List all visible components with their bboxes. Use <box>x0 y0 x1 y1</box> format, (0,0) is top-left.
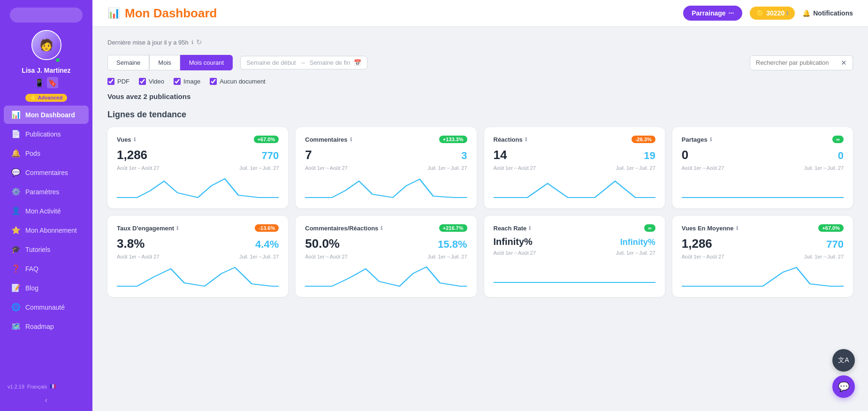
flag-icon: 🇫🇷 <box>50 383 56 389</box>
engagement-date-left: Août 1er→Août 27 <box>117 254 160 259</box>
engagement-val-left: 3.8% <box>117 236 145 251</box>
date-arrow-icon: → <box>300 59 306 66</box>
video-checkbox[interactable] <box>139 78 146 85</box>
sidebar-collapse-button[interactable]: ‹ <box>0 393 92 407</box>
publications-icon: 📄 <box>11 129 21 138</box>
sidebar-item-publications-label: Publications <box>25 130 61 138</box>
sidebar-item-tutoriels[interactable]: 🎓 Tutoriels <box>4 240 89 259</box>
notifications-label: Notifications <box>813 9 853 17</box>
sidebar-item-commentaires[interactable]: 💬 Commentaires <box>4 163 89 182</box>
card-comments-reactions: Commentaires/Réactions ℹ +216.7% 50.0% 1… <box>296 216 476 297</box>
vues-moyenne-val-left: 1,286 <box>682 236 712 251</box>
sidebar-item-dashboard-label: Mon Dashboard <box>25 111 75 119</box>
coins-info-icon[interactable]: ℹ <box>786 10 788 16</box>
tutoriels-icon: 🎓 <box>11 245 21 254</box>
coin-icon: 🟡 <box>756 9 764 17</box>
commentaires-icon: 💬 <box>11 168 21 177</box>
card-partages-title: Partages ℹ <box>682 136 712 143</box>
aucun-doc-checkbox[interactable] <box>210 78 217 85</box>
sidebar-item-communaute[interactable]: 🌐 Communauté <box>4 298 89 316</box>
card-commentaires: Commentaires ℹ +133.3% 7 3 Août 1er→Août… <box>296 127 476 208</box>
pdf-checkbox[interactable] <box>107 78 114 85</box>
page-title: Mon Dashboard <box>125 6 217 21</box>
reach-rate-date-right: Juil. 1er→Juil. 27 <box>616 250 655 256</box>
tab-semaine[interactable]: Semaine <box>107 55 149 70</box>
coins-badge: 🟡 30220 ℹ <box>750 7 795 20</box>
filter-pdf[interactable]: PDF <box>107 78 129 85</box>
publications-count: Vous avez 2 publications <box>107 92 853 100</box>
vues-info-icon[interactable]: ℹ <box>134 137 136 143</box>
reach-rate-badge: ∞ <box>644 224 655 232</box>
partages-chart <box>682 176 844 200</box>
comments-reactions-val-right: 15.8% <box>438 238 467 251</box>
translate-button[interactable]: 文A <box>832 349 855 372</box>
dashboard-title-icon: 📊 <box>107 7 120 19</box>
card-reactions-title: Réactions ℹ <box>494 136 527 143</box>
sidebar-item-roadmap[interactable]: 🗺️ Roadmap <box>4 317 89 335</box>
sidebar-item-parametres[interactable]: ⚙️ Paramètres <box>4 183 89 201</box>
filter-video[interactable]: Video <box>139 78 164 85</box>
clear-search-icon[interactable]: ✕ <box>841 59 847 67</box>
communaute-icon: 🌐 <box>11 303 21 312</box>
sidebar-item-dashboard[interactable]: 📊 Mon Dashboard <box>4 106 89 124</box>
sidebar-search-input[interactable] <box>10 8 83 23</box>
date-range-picker[interactable]: Semaine de début → Semaine de fin 📅 <box>240 56 367 69</box>
card-engagement-title: Taux D'engagement ℹ <box>117 225 178 232</box>
engagement-val-right: 4.4% <box>255 238 279 251</box>
vues-badge: +67.0% <box>254 136 279 143</box>
edit-profile-icon[interactable]: 📱 <box>35 78 44 87</box>
date-start-placeholder: Semaine de début <box>246 59 296 66</box>
reach-rate-info-icon[interactable]: ℹ <box>529 225 531 231</box>
sidebar: 🧑 Lisa J. Martinez 📱 🔖 ⭐ Advanced 📊 Mon … <box>0 0 92 411</box>
tab-mois[interactable]: Mois <box>149 55 180 70</box>
partages-info-icon[interactable]: ℹ <box>710 137 712 143</box>
notifications-button[interactable]: 🔔 Notifications <box>802 9 853 17</box>
parrainage-button[interactable]: Parrainage ··· <box>683 6 742 21</box>
card-reach-rate-title: Reach Rate ℹ <box>494 225 531 232</box>
commentaires-date-right: Juil. 1er→Juil. 27 <box>427 165 467 171</box>
avatar: 🧑 <box>31 30 61 64</box>
vues-moyenne-date-left: Août 1er→Août 27 <box>682 254 724 259</box>
parrainage-label: Parrainage <box>692 9 725 17</box>
commentaires-val-right: 3 <box>461 150 467 162</box>
video-label: Video <box>149 78 164 85</box>
vues-moyenne-info-icon[interactable]: ℹ <box>736 225 738 231</box>
reactions-date-right: Juil. 1er→Juil. 27 <box>616 165 655 171</box>
vues-chart <box>117 176 279 200</box>
reactions-val-right: 19 <box>644 150 655 162</box>
engagement-info-icon[interactable]: ℹ <box>176 225 178 231</box>
card-vues-moyenne: Vues En Moyenne ℹ +67.0% 1,286 770 Août … <box>672 216 853 297</box>
chat-icon: 💬 <box>838 381 850 392</box>
chat-button[interactable]: 💬 <box>832 375 855 398</box>
reactions-val-left: 14 <box>494 148 507 162</box>
vues-date-right: Juil. 1er→Juil. 27 <box>239 165 279 171</box>
abonnement-icon: ⭐ <box>11 226 21 235</box>
sidebar-item-pods[interactable]: 🔔 Pods <box>4 144 89 162</box>
sidebar-footer: v1.2.19 Français 🇫🇷 <box>0 380 92 393</box>
sidebar-item-faq[interactable]: ❓ FAQ <box>4 259 89 278</box>
filter-aucun-document[interactable]: Aucun document <box>210 78 266 85</box>
sidebar-item-blog[interactable]: 📝 Blog <box>4 279 89 297</box>
commentaires-info-icon[interactable]: ℹ <box>350 137 352 143</box>
filter-image[interactable]: Image <box>174 78 200 85</box>
reactions-info-icon[interactable]: ℹ <box>525 137 527 143</box>
card-vues: Vues ℹ +67.0% 1,286 770 Août 1er→Août 27… <box>107 127 288 208</box>
image-checkbox[interactable] <box>174 78 181 85</box>
topbar-actions: Parrainage ··· 🟡 30220 ℹ 🔔 Notifications <box>683 6 853 21</box>
sidebar-item-abonnement[interactable]: ⭐ Mon Abonnement <box>4 221 89 239</box>
bookmark-icon[interactable]: 🔖 <box>47 77 58 88</box>
sidebar-item-activite[interactable]: 👤 Mon Activité <box>4 202 89 220</box>
version-label: v1.2.19 <box>8 384 24 389</box>
publication-search: ✕ <box>750 55 853 70</box>
page-title-area: 📊 Mon Dashboard <box>107 6 217 21</box>
search-input[interactable] <box>756 59 838 66</box>
tab-mois-courant[interactable]: Mois courant <box>180 55 233 70</box>
sidebar-item-pods-label: Pods <box>25 150 40 157</box>
comments-reactions-info-icon[interactable]: ℹ <box>381 225 382 231</box>
commentaires-chart <box>305 176 467 200</box>
stats-row-1: Vues ℹ +67.0% 1,286 770 Août 1er→Août 27… <box>107 127 853 208</box>
sidebar-item-publications[interactable]: 📄 Publications <box>4 125 89 143</box>
last-update-info-icon[interactable]: ℹ <box>191 39 193 46</box>
refresh-icon[interactable]: ↻ <box>196 38 202 46</box>
card-partages: Partages ℹ ∞ 0 0 Août 1er→Août 27 Juil. … <box>672 127 853 208</box>
